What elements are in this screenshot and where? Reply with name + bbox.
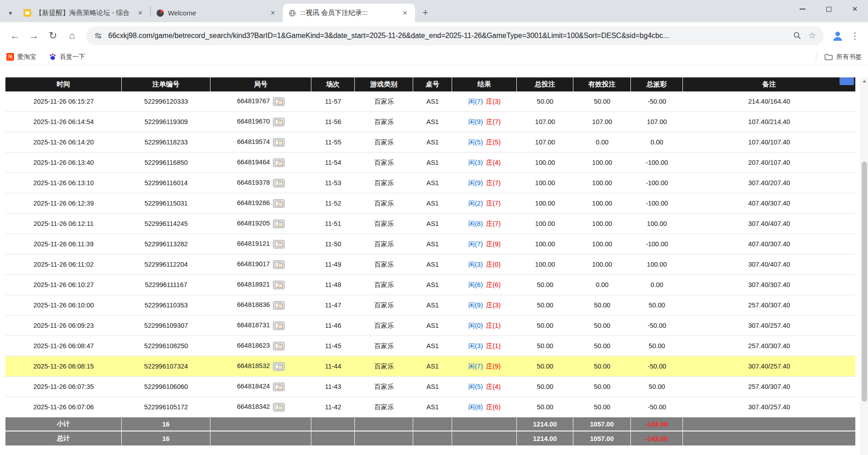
cell-payout: 107.00 [631,112,683,132]
site-info-icon[interactable] [93,28,103,43]
minimize-button[interactable] [789,0,816,18]
game-result-cards-icon[interactable] [273,220,285,228]
all-bookmarks[interactable]: 所有书签 [816,53,862,62]
game-result-cards-icon[interactable] [273,362,285,371]
cell-valid-bet: 0.00 [573,132,631,153]
round-id-text: 664818921 [237,281,270,288]
cell-round-id: 664818342 [210,397,311,417]
cell-round-id: 664818532 [210,356,311,377]
cell-total-bet-link[interactable]: 50.00 [517,377,573,397]
cell-total-bet-link[interactable]: 100.00 [517,173,573,193]
tab-search-icon[interactable]: ▾ [3,4,18,22]
cell-total-bet-link[interactable]: 50.00 [517,316,573,336]
game-result-cards-icon[interactable] [273,240,285,249]
cell-total-bet-link[interactable]: 100.00 [517,193,573,214]
bet-record-row: 2025-11-26 06:12:39522996115031664819286… [5,193,855,214]
cell-total-bet-link[interactable]: 50.00 [517,275,573,295]
game-result-cards-icon[interactable] [273,260,285,269]
bookmark-baidu[interactable]: 百度一下 [49,53,85,61]
cell-round-id: 664818623 [210,336,311,356]
scroll-up-arrow[interactable] [861,77,868,85]
cell-note: 407.40/307.40 [683,234,855,254]
partial-search-button[interactable] [839,77,854,85]
round-id-text: 664819205 [237,220,270,227]
home-button[interactable]: ⌂ [62,26,81,45]
game-result-cards-icon[interactable] [273,199,285,208]
cell-table-no: AS1 [413,397,452,417]
cell-total-bet-link[interactable]: 100.00 [517,214,573,234]
cell-total-bet-link[interactable]: 107.00 [517,132,573,153]
game-result-cards-icon[interactable] [273,179,285,187]
round-id-text: 664818532 [237,362,270,369]
forward-button[interactable]: → [24,26,43,45]
bookmark-aitaobao[interactable]: 淘 爱淘宝 [6,53,36,61]
tab-close-icon[interactable]: ✕ [136,9,145,18]
cell-total-bet-link[interactable]: 107.00 [517,112,573,132]
cell-total-bet-link[interactable]: 50.00 [517,356,573,377]
cell-session: 11-47 [311,295,355,316]
cell-bet-id: 522996113282 [122,234,210,254]
column-header: 注单编号 [122,77,210,91]
game-result-cards-icon[interactable] [273,342,285,350]
tab-close-icon[interactable]: ✕ [401,9,410,18]
cell-valid-bet: 107.00 [573,112,631,132]
cell-total-bet-link[interactable]: 50.00 [517,336,573,356]
column-header: 局号 [210,77,311,91]
column-header: 备注 [683,77,855,91]
game-result-cards-icon[interactable] [273,383,285,391]
cell-game-type: 百家乐 [355,397,413,417]
game-result-cards-icon[interactable] [273,138,285,147]
cell-payout: 0.00 [631,132,683,153]
round-id-text: 664818731 [237,321,270,329]
cell-table-no: AS1 [413,254,452,275]
game-result-cards-icon[interactable] [273,158,285,167]
cell-total-bet-link[interactable]: 100.00 [517,254,573,275]
result-banker: 庄(3) [486,98,501,105]
cell-payout: 50.00 [631,336,683,356]
url-text[interactable]: 66cxkj98.com/game/betrecord_search/kind3… [108,32,789,40]
cell-valid-bet: 50.00 [573,316,631,336]
reload-button[interactable]: ↻ [43,26,62,45]
cell-total-bet-link[interactable]: 100.00 [517,153,573,173]
game-result-cards-icon[interactable] [273,321,285,330]
tab-title: 【新提醒】海燕策略论坛 - 综合 [35,9,132,17]
cell-total-bet-link[interactable]: 50.00 [517,91,573,112]
cell-total-bet-link[interactable]: 50.00 [517,397,573,417]
tab-title: :::视讯 会员下注纪录::: [300,9,396,17]
game-result-cards-icon[interactable] [273,301,285,310]
cell-total-bet-link[interactable]: 100.00 [517,234,573,254]
tab-welcome[interactable]: Welcome ✕ [151,4,283,22]
game-result-cards-icon[interactable] [273,118,285,126]
tab-bet-records[interactable]: :::视讯 会员下注纪录::: ✕ [283,4,415,22]
game-result-cards-icon[interactable] [273,403,285,412]
cell-session: 11-49 [311,254,355,275]
folder-icon [825,53,833,60]
result-banker: 庄(4) [486,159,501,166]
back-button[interactable]: ← [5,26,24,45]
profile-avatar[interactable] [828,26,847,45]
new-tab-button[interactable]: + [419,6,432,19]
bookmark-star-icon[interactable]: ☆ [805,28,820,43]
cell-total-bet-link[interactable]: 50.00 [517,295,573,316]
tab-close-icon[interactable]: ✕ [268,9,277,18]
browser-menu-icon[interactable]: ⋮ [847,26,863,45]
summary-row: 小计161214.001057.00-143.00 [5,417,855,431]
cell-session: 11-51 [311,214,355,234]
tab-forum[interactable]: 【新提醒】海燕策略论坛 - 综合 ✕ [18,4,150,22]
game-result-cards-icon[interactable] [273,281,285,289]
address-bar[interactable]: 66cxkj98.com/game/betrecord_search/kind3… [86,26,824,45]
summary-cell [452,431,517,445]
cell-bet-id: 522996105172 [122,397,210,417]
cell-round-id: 664819017 [210,254,311,275]
cell-bet-id: 522996107324 [122,356,210,377]
maximize-button[interactable] [816,0,842,18]
cell-valid-bet: 50.00 [573,377,631,397]
scrollbar-thumb[interactable] [862,162,867,402]
result-player: 闲(9) [468,302,483,309]
summary-cell [413,417,452,431]
cell-time: 2025-11-26 06:14:20 [5,132,122,153]
zoom-icon[interactable] [789,28,805,43]
close-window-button[interactable]: ✕ [842,0,868,18]
game-result-cards-icon[interactable] [273,97,285,106]
cell-result: 闲(9)庄(7) [452,112,517,132]
